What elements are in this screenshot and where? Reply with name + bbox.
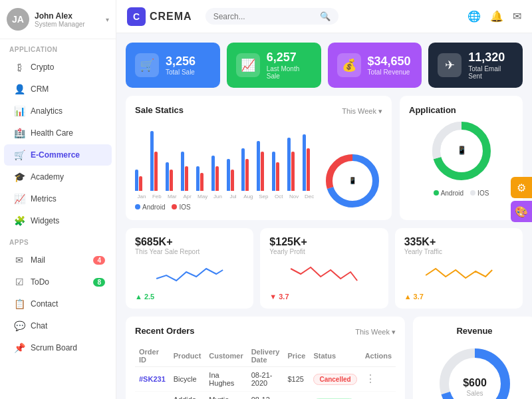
bars-container xyxy=(135,124,316,191)
user-profile[interactable]: JA John Alex System Manager ▾ xyxy=(0,0,116,39)
bar-group xyxy=(211,156,225,191)
search-input[interactable] xyxy=(213,12,317,21)
revenue-donut-svg: $600 Sales xyxy=(435,344,515,399)
table-row: #SK231 Bicycle Ina Hughes 08-21-2020 $12… xyxy=(135,366,396,391)
kpi-sale-change: ▲ 2.5 xyxy=(135,293,244,301)
sidebar-item-ecommerce[interactable]: 🛒 E-Commerce xyxy=(4,144,112,166)
main-content: C CREMA 🔍 🌐 🔔 ✉ 🛒 3,256 Total Sale 📈 xyxy=(116,0,532,399)
sidebar-item-label: Crypto xyxy=(31,63,54,72)
stat-card-total-sale: 🛒 3,256 Total Sale xyxy=(126,43,220,88)
sidebar-item-mail[interactable]: ✉ Mail 4 xyxy=(4,249,112,271)
actions-cell: ⋮ xyxy=(361,391,396,399)
chart-label: Jul xyxy=(227,194,240,200)
sidebar-item-analytics[interactable]: 📊 Analytics xyxy=(4,100,112,122)
col-product: Product xyxy=(170,345,205,367)
chart-filter[interactable]: This Week ▾ xyxy=(342,107,382,116)
order-id-link[interactable]: #SK231 xyxy=(139,375,166,383)
sidebar-item-label: Chat xyxy=(31,321,47,331)
crm-icon: 👤 xyxy=(13,83,25,95)
col-price: Price xyxy=(283,345,309,367)
status-badge: Cancelled xyxy=(313,374,356,385)
chart-label: Jun xyxy=(211,194,225,200)
sidebar-item-label: CRM xyxy=(31,84,49,94)
svg-text:$600: $600 xyxy=(463,377,487,388)
search-icon: 🔍 xyxy=(320,11,331,21)
sidebar-item-label: ToDo xyxy=(31,277,49,287)
notification-icon[interactable]: 🔔 xyxy=(490,10,503,23)
kpi-profit-value: $125K+ xyxy=(269,236,378,248)
language-icon[interactable]: 🌐 xyxy=(467,10,481,23)
chat-icon: 💬 xyxy=(13,320,25,332)
topbar-actions: 🌐 🔔 ✉ xyxy=(467,10,521,23)
kpi-profit-change: ▼ 3.7 xyxy=(269,293,378,301)
row-actions-button[interactable]: ⋮ xyxy=(365,373,376,384)
bar-group xyxy=(227,159,240,191)
email-icon[interactable]: ✉ xyxy=(513,10,521,23)
stat-card-revenue: 💰 $34,650 Total Revenue xyxy=(328,43,422,88)
sidebar-item-widgets[interactable]: 🧩 Widgets xyxy=(4,210,112,231)
col-order-id: Order ID xyxy=(135,345,170,367)
email-number: 11,320 xyxy=(468,51,513,65)
application-card: Application 📱 Android IOS xyxy=(400,96,523,220)
email-stat-icon: ✈ xyxy=(438,53,462,77)
revenue-donut: $600 Sales xyxy=(435,344,515,399)
kpi-traffic-label: Yearly Traffic xyxy=(404,248,513,255)
sidebar-item-todo[interactable]: ☑ ToDo 8 xyxy=(4,271,112,293)
sidebar-section-apps: Apps ✉ Mail 4 ☑ ToDo 8 📋 Contact 💬 Chat … xyxy=(0,232,116,358)
kpi-sale-report: $685K+ This Year Sale Report ▲ 2.5 xyxy=(126,228,253,309)
sidebar-item-chat[interactable]: 💬 Chat xyxy=(4,315,112,336)
sidebar-item-scrum-board[interactable]: 📌 Scrum Board xyxy=(4,337,112,358)
price-cell: $125 xyxy=(283,366,309,391)
ios-bar xyxy=(170,170,173,191)
sidebar-item-crypto[interactable]: ₿ Crypto xyxy=(4,57,112,78)
topbar: C CREMA 🔍 🌐 🔔 ✉ xyxy=(116,0,532,33)
ios-bar xyxy=(245,159,249,191)
last-month-number: 6,257 xyxy=(267,51,312,65)
table-row: #SK232 Addida Shoes Myrtie Ferguson 08-1… xyxy=(135,391,396,399)
sidebar-item-crm[interactable]: 👤 CRM xyxy=(4,78,112,100)
sidebar-item-metrics[interactable]: 📈 Metrics xyxy=(4,188,112,209)
sparkline-traffic xyxy=(404,262,513,285)
float-palette-button[interactable]: 🎨 xyxy=(511,201,532,222)
kpi-yearly-profit: $125K+ Yearly Profit ▼ 3.7 xyxy=(260,228,388,309)
health-icon: 🏥 xyxy=(13,127,25,139)
sidebar-item-label: Academy xyxy=(31,172,64,182)
orders-filter[interactable]: This Week ▾ xyxy=(355,328,396,336)
stat-info-last-month: 6,257 Last Month Sale xyxy=(267,51,312,80)
android-bar xyxy=(196,166,200,191)
revenue-label: Total Revenue xyxy=(368,68,411,76)
customer-cell: Myrtie Ferguson xyxy=(205,391,247,399)
sidebar-item-label: Mail xyxy=(31,255,45,265)
scrum-icon: 📌 xyxy=(13,342,25,354)
user-role: System Manager xyxy=(35,21,85,28)
bar-group xyxy=(303,134,316,191)
chart-label: Jan xyxy=(135,194,148,200)
chart-label: Sep xyxy=(257,194,270,200)
sidebar-item-label: Analytics xyxy=(31,106,63,116)
sparkline-sale xyxy=(135,262,244,285)
float-settings-button[interactable]: ⚙ xyxy=(511,177,532,198)
email-label: Total Email Sent xyxy=(468,65,513,80)
mail-badge: 4 xyxy=(93,256,105,265)
sidebar-item-health-care[interactable]: 🏥 Health Care xyxy=(4,122,112,144)
android-bar xyxy=(272,152,275,190)
search-box[interactable]: 🔍 xyxy=(205,8,338,25)
android-bar xyxy=(303,134,306,191)
svg-text:📱: 📱 xyxy=(348,176,357,185)
sidebar-item-contact[interactable]: 📋 Contact xyxy=(4,293,112,315)
bar-group xyxy=(272,152,285,190)
order-id-cell: #SK231 xyxy=(135,366,170,391)
chevron-down-icon: ▾ xyxy=(106,16,109,23)
android-bar xyxy=(166,162,169,190)
sidebar-item-label: Widgets xyxy=(31,216,59,225)
sidebar-item-academy[interactable]: 🎓 Academy xyxy=(4,166,112,188)
date-cell: 08-12-2020 xyxy=(247,391,284,399)
middle-row: Sale Statics This Week ▾ JanFebMarAprMay… xyxy=(126,96,523,220)
price-cell: $100 xyxy=(283,391,309,399)
analytics-icon: 📊 xyxy=(13,105,25,117)
app-donut-svg: 📱 xyxy=(428,118,495,184)
academy-icon: 🎓 xyxy=(13,171,25,183)
col-date: Delivery Date xyxy=(247,345,284,367)
mail-icon: ✉ xyxy=(13,254,25,266)
chart-label: Mar xyxy=(166,194,179,200)
